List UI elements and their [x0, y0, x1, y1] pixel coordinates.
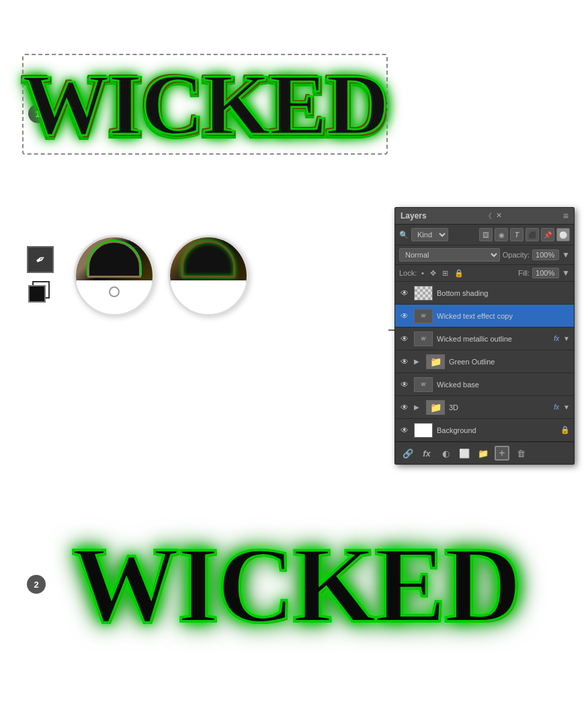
- layer-eye-green-outline[interactable]: 👁: [399, 356, 410, 367]
- layer-expand-3d[interactable]: ▶: [414, 403, 422, 411]
- circle-arch-1: [87, 241, 141, 278]
- layers-title: Layers: [401, 211, 427, 221]
- lock-icons-group: ▪ ✥ ⊞ 🔒: [419, 268, 466, 278]
- layer-name-wicked-text-copy: Wicked text effect copy: [437, 312, 570, 320]
- layer-row-wicked-text-copy[interactable]: 👁 W Wicked text effect copy: [395, 305, 574, 327]
- layer-row-wicked-base[interactable]: 👁 W Wicked base: [395, 373, 574, 396]
- adjustment-layer-icon[interactable]: ◐: [438, 446, 453, 461]
- lock-label: Lock:: [399, 269, 417, 277]
- brush-icon: ✒: [32, 251, 48, 269]
- brush-tool-icon[interactable]: ✒: [27, 246, 54, 273]
- circle-preview-inner-2: [170, 237, 247, 283]
- filter-smart-icon[interactable]: 📌: [541, 228, 554, 241]
- wicked-bottom-text: WICKED: [72, 523, 520, 648]
- opacity-arrow[interactable]: ▼: [562, 250, 570, 260]
- layer-thumb-wicked-text-copy: W: [414, 309, 433, 323]
- layer-row-wicked-metallic[interactable]: 👁 W Wicked metallic outline fx ▼: [395, 327, 574, 350]
- layer-thumb-background: [414, 423, 433, 438]
- layers-blend-row: Normal Opacity: ▼: [395, 245, 574, 265]
- layers-tool-icon[interactable]: [27, 278, 54, 305]
- collapse-icon[interactable]: 《: [485, 211, 492, 221]
- filter-shape-icon[interactable]: ⬛: [526, 228, 539, 241]
- menu-icon[interactable]: ≡: [563, 210, 569, 221]
- mask-icon[interactable]: ⬜: [457, 446, 472, 461]
- layers-lock-row: Lock: ▪ ✥ ⊞ 🔒 Fill: ▼: [395, 265, 574, 282]
- fill-label: Fill:: [518, 269, 530, 277]
- layer-thumb-wicked-metallic: W: [414, 331, 433, 346]
- filter-pixel-icon[interactable]: 🖼: [479, 228, 493, 241]
- layer-eye-wicked-base[interactable]: 👁: [399, 379, 410, 390]
- layer-lock-background: 🔒: [560, 426, 570, 434]
- filter-icons: 🖼 ◉ T ⬛ 📌 ⚪: [479, 228, 570, 241]
- layer-eye-wicked-metallic[interactable]: 👁: [399, 334, 410, 344]
- kind-dropdown[interactable]: Kind: [411, 228, 448, 241]
- layer-expand-green-outline[interactable]: ▶: [414, 358, 422, 365]
- layers-panel-header: Layers 《 ✕ ≡: [395, 208, 574, 225]
- layer-eye-bottom-shading[interactable]: 👁: [399, 288, 410, 299]
- filter-toggle[interactable]: ⚪: [556, 228, 570, 241]
- layer-black-square: [28, 285, 46, 303]
- fill-arrow[interactable]: ▼: [562, 268, 570, 278]
- wicked-top-text: WICKED: [22, 56, 388, 153]
- layer-eye-wicked-text-copy[interactable]: 👁: [399, 311, 410, 321]
- layer-fx-arrow-metallic: ▼: [563, 335, 570, 342]
- circle-preview-2: [168, 235, 249, 316]
- layer-thumb-3d: 📁: [426, 400, 445, 415]
- layer-fx-3d: fx: [554, 403, 559, 411]
- filter-adjust-icon[interactable]: ◉: [495, 228, 508, 241]
- layer-row-background[interactable]: 👁 Background 🔒: [395, 419, 574, 442]
- layer-fx-wicked-metallic: fx: [554, 335, 559, 342]
- blend-mode-dropdown[interactable]: Normal: [399, 248, 500, 262]
- close-icon[interactable]: ✕: [496, 211, 502, 221]
- opacity-label: Opacity:: [503, 251, 530, 259]
- middle-section: ✒: [0, 195, 390, 356]
- layer-thumb-wicked-base: W: [414, 377, 433, 392]
- layer-thumb-bottom-shading: [414, 286, 433, 301]
- circle-preview-inner-1: [76, 237, 153, 283]
- fx-icon[interactable]: fx: [419, 446, 434, 461]
- layer-name-bottom-shading: Bottom shading: [437, 289, 570, 297]
- tool-icons-panel: ✒: [27, 246, 54, 305]
- layers-search-row: 🔍 Kind 🖼 ◉ T ⬛ 📌 ⚪: [395, 225, 574, 245]
- lock-move-icon[interactable]: ✥: [428, 268, 438, 278]
- lock-all-icon[interactable]: 🔒: [452, 268, 466, 278]
- layer-row-3d[interactable]: 👁 ▶ 📁 3D fx ▼: [395, 396, 574, 419]
- wicked-top-canvas: WICKED: [40, 10, 370, 198]
- layer-fx-arrow-3d: ▼: [563, 403, 570, 411]
- layer-name-background: Background: [437, 426, 556, 434]
- circle-preview-1: [74, 235, 155, 316]
- layer-thumb-green-outline: 📁: [426, 354, 445, 369]
- layers-panel: Layers 《 ✕ ≡ 🔍 Kind 🖼 ◉ T ⬛ 📌 ⚪ Normal O…: [394, 207, 575, 465]
- link-layers-icon[interactable]: 🔗: [401, 446, 415, 461]
- layer-eye-background[interactable]: 👁: [399, 425, 410, 436]
- circle-arch-2: [181, 241, 235, 278]
- opacity-input[interactable]: [532, 249, 559, 260]
- layer-name-wicked-base: Wicked base: [437, 381, 570, 389]
- folder-icon[interactable]: 📁: [476, 446, 491, 461]
- fill-input[interactable]: [532, 268, 559, 278]
- circle-preview-bottom-2: [170, 280, 247, 314]
- new-layer-icon[interactable]: +: [495, 446, 509, 461]
- layer-eye-3d[interactable]: 👁: [399, 402, 410, 413]
- search-icon: 🔍: [399, 231, 409, 239]
- wicked-bottom-canvas: WICKED: [20, 484, 571, 686]
- layers-header-icons: 《 ✕: [485, 211, 502, 221]
- layer-row-green-outline[interactable]: 👁 ▶ 📁 Green Outline: [395, 350, 574, 373]
- layers-bottom-toolbar: 🔗 fx ◐ ⬜ 📁 + 🗑: [395, 442, 574, 464]
- layer-name-green-outline: Green Outline: [449, 358, 570, 366]
- filter-type-icon[interactable]: T: [510, 228, 523, 241]
- circle-cross-1: [109, 286, 120, 297]
- layer-name-3d: 3D: [449, 403, 550, 411]
- layer-row-bottom-shading[interactable]: 👁 Bottom shading: [395, 282, 574, 305]
- lock-artboard-icon[interactable]: ⊞: [440, 268, 450, 278]
- layer-name-wicked-metallic: Wicked metallic outline: [437, 335, 550, 343]
- delete-layer-icon[interactable]: 🗑: [513, 446, 528, 461]
- layer-rows-container: 👁 Bottom shading 👁 W Wicked text effect …: [395, 282, 574, 442]
- lock-checkers-icon[interactable]: ▪: [419, 268, 426, 278]
